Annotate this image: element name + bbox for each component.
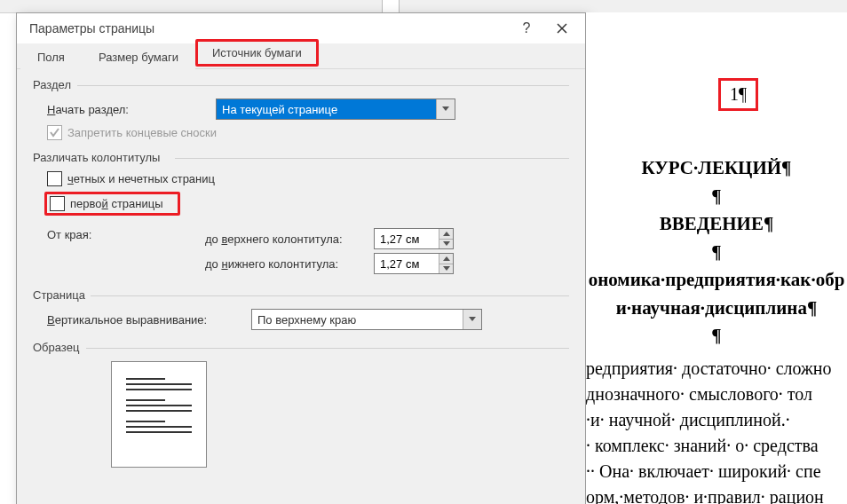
spin-down[interactable]: [439, 264, 453, 274]
doc-heading-3b: и·научная·дисциплина¶: [586, 295, 847, 323]
footer-distance-field[interactable]: [375, 254, 439, 273]
page-number: 1¶: [730, 84, 747, 104]
preview-thumbnail: [111, 361, 207, 468]
check-icon: [50, 128, 59, 138]
footer-distance-input[interactable]: [374, 253, 454, 274]
tab-strip: Поля Размер бумаги Источник бумаги: [17, 43, 585, 69]
chevron-down-icon: [443, 266, 450, 271]
preview-group: Образец: [33, 341, 569, 468]
tab-paper-source[interactable]: Источник бумаги: [195, 39, 319, 67]
page-number-highlight: 1¶: [718, 78, 758, 111]
header-distance-row: до верхнего колонтитула:: [205, 228, 454, 249]
doc-line: орм,·методов· и·правил· рацион: [586, 484, 847, 505]
section-start-select[interactable]: На текущей странице: [216, 98, 455, 120]
from-edge-row: От края: до верхнего колонтитула:: [47, 224, 569, 278]
close-button[interactable]: [544, 15, 580, 42]
dialog-content: Раздел Начать раздел: На текущей страниц…: [17, 69, 585, 504]
section-start-row: Начать раздел: На текущей странице: [47, 98, 569, 120]
doc-line: редприятия· достаточно· сложно: [586, 356, 847, 382]
odd-even-label: четных и нечетных страниц: [67, 172, 215, 185]
preview-group-title: Образец: [33, 341, 569, 354]
doc-para-mark: ¶: [586, 322, 847, 350]
page-group: Страница Вертикальное выравнивание: По в…: [33, 288, 569, 330]
section-start-label: Начать раздел:: [47, 103, 216, 116]
spin-down[interactable]: [439, 240, 453, 249]
suppress-endnotes-row: Запретить концевые сноски: [47, 125, 569, 140]
valign-row: Вертикальное выравнивание: По верхнему к…: [47, 309, 569, 330]
valign-label: Вертикальное выравнивание:: [47, 313, 251, 327]
header-distance-input[interactable]: [374, 228, 454, 249]
doc-heading-2: ВВЕДЕНИЕ¶: [586, 210, 847, 239]
odd-even-row: четных и нечетных страниц: [47, 171, 569, 186]
document-page: 1¶ КУРС·ЛЕКЦИЙ¶ ¶ ВВЕДЕНИЕ¶ ¶ ономика·пр…: [586, 12, 847, 504]
chevron-down-icon: [469, 317, 476, 322]
page-setup-dialog: Параметры страницы ? Поля Размер бумаги …: [16, 12, 586, 504]
headers-group-title: Различать колонтитулы: [33, 151, 569, 164]
chevron-up-icon: [443, 232, 450, 236]
tab-margins[interactable]: Поля: [20, 44, 82, 69]
document-headings: КУРС·ЛЕКЦИЙ¶ ¶ ВВЕДЕНИЕ¶ ¶ ономика·предп…: [586, 154, 847, 350]
doc-para-mark: ¶: [586, 239, 847, 267]
footer-distance-label: до нижнего колонтитула:: [205, 257, 374, 271]
doc-line: ·· Она· включает· широкий· спе: [586, 459, 847, 484]
from-edge-inputs: до верхнего колонтитула: до нижнего коло…: [205, 224, 454, 278]
doc-line: днозначного· смыслового· тол: [586, 382, 847, 407]
first-page-label: первой страницы: [70, 197, 163, 210]
valign-select[interactable]: По верхнему краю: [251, 309, 482, 330]
dropdown-button[interactable]: [436, 99, 455, 119]
first-page-highlight: первой страницы: [44, 192, 180, 216]
dropdown-button[interactable]: [463, 310, 481, 329]
dialog-title: Параметры страницы: [29, 21, 509, 35]
spinner-buttons: [439, 229, 453, 248]
page-group-title: Страница: [33, 288, 569, 302]
chevron-down-icon: [443, 241, 450, 246]
header-distance-label: до верхнего колонтитула:: [205, 232, 374, 246]
spin-up[interactable]: [439, 254, 453, 264]
section-group-title: Раздел: [33, 78, 569, 91]
chevron-down-icon: [442, 106, 449, 112]
help-button[interactable]: ?: [509, 15, 544, 42]
suppress-endnotes-label: Запретить концевые сноски: [67, 126, 217, 139]
from-edge-label: От края:: [47, 224, 205, 241]
document-body: редприятия· достаточно· сложно днозначно…: [586, 356, 847, 505]
footer-distance-row: до нижнего колонтитула:: [205, 253, 454, 274]
doc-para-mark: ¶: [586, 183, 847, 211]
spin-up[interactable]: [439, 229, 453, 240]
tab-paper-size[interactable]: Размер бумаги: [82, 44, 195, 69]
close-icon: [557, 23, 567, 34]
doc-heading-1: КУРС·ЛЕКЦИЙ¶: [586, 154, 847, 183]
app-toolbar-area: [0, 0, 847, 13]
first-page-checkbox[interactable]: [50, 196, 65, 211]
doc-line: · комплекс· знаний· о· средства: [586, 433, 847, 459]
section-start-value: На текущей странице: [217, 103, 436, 116]
odd-even-checkbox[interactable]: [47, 171, 62, 186]
suppress-endnotes-checkbox: [47, 125, 62, 140]
valign-value: По верхнему краю: [252, 313, 463, 327]
doc-line: ·и· научной· дисциплиной.·: [586, 407, 847, 433]
section-group: Раздел Начать раздел: На текущей страниц…: [33, 78, 569, 140]
header-distance-field[interactable]: [375, 229, 439, 248]
headers-group: Различать колонтитулы четных и нечетных …: [33, 151, 569, 278]
chevron-up-icon: [443, 256, 450, 261]
doc-heading-3a: ономика·предприятия·как·обр: [586, 266, 847, 295]
spinner-buttons: [439, 254, 453, 273]
